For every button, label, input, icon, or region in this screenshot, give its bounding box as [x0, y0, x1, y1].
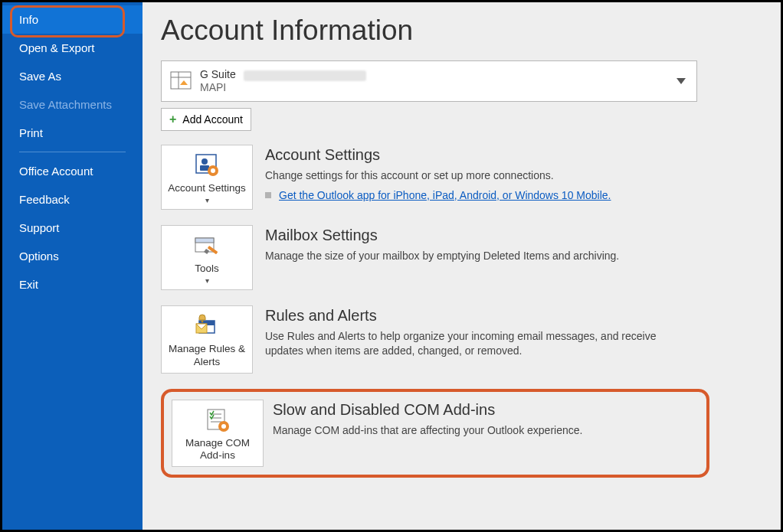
chevron-down-icon: ▾ [165, 276, 249, 285]
sidebar-item-feedback[interactable]: Feedback [2, 185, 143, 214]
section-title: Slow and Disabled COM Add-ins [273, 401, 699, 419]
account-settings-tile[interactable]: Account Settings ▾ [161, 145, 253, 210]
rules-alerts-icon [165, 312, 249, 340]
svg-point-9 [211, 168, 215, 173]
add-account-label: Add Account [182, 113, 243, 126]
sidebar-label: Office Account [19, 165, 93, 178]
page-title: Account Information [161, 15, 750, 47]
sidebar-label: Save As [19, 70, 61, 83]
tile-label: Manage Rules & Alerts [165, 343, 249, 367]
sidebar-label: Options [19, 250, 59, 263]
section-desc: Change settings for this account or set … [265, 168, 697, 183]
sidebar-item-print[interactable]: Print [2, 119, 143, 147]
com-addins-tile[interactable]: Manage COM Add-ins [172, 400, 264, 467]
sidebar-label: Support [19, 221, 60, 234]
sidebar-item-save-attachments: Save Attachments [2, 90, 143, 119]
add-account-button[interactable]: + Add Account [161, 108, 251, 131]
sidebar-label: Save Attachments [19, 98, 112, 111]
section-desc: Manage COM add-ins that are affecting yo… [273, 423, 699, 438]
svg-rect-0 [171, 72, 191, 89]
section-mailbox-settings: Tools ▾ Mailbox Settings Manage the size… [161, 225, 697, 290]
account-text: G Suite MAPI [200, 68, 366, 94]
sidebar-item-save-as[interactable]: Save As [2, 62, 143, 90]
section-title: Mailbox Settings [265, 227, 697, 244]
backstage-sidebar: Info Open & Export Save As Save Attachme… [2, 2, 143, 530]
account-protocol: MAPI [200, 81, 366, 94]
account-settings-icon [165, 152, 249, 179]
svg-point-6 [201, 158, 208, 165]
svg-marker-4 [677, 78, 686, 84]
sidebar-item-options[interactable]: Options [2, 242, 143, 270]
svg-rect-11 [195, 238, 214, 243]
sidebar-item-office-account[interactable]: Office Account [2, 157, 143, 185]
section-desc: Use Rules and Alerts to help organize yo… [265, 329, 697, 358]
tile-label: Account Settings [165, 182, 249, 194]
account-name: G Suite [200, 68, 236, 80]
tile-label: Tools [165, 263, 249, 275]
plus-icon: + [169, 113, 176, 126]
sidebar-label: Open & Export [19, 41, 94, 54]
sidebar-divider [19, 152, 126, 152]
section-title: Account Settings [265, 146, 697, 164]
tools-tile[interactable]: Tools ▾ [161, 225, 253, 290]
bullet-icon [265, 192, 271, 198]
tile-label: Manage COM Add-ins [175, 437, 260, 462]
section-title: Rules and Alerts [265, 307, 697, 325]
main-panel: Account Information G Suite MAPI [143, 2, 781, 530]
svg-point-18 [201, 321, 204, 323]
section-rules-alerts: Manage Rules & Alerts Rules and Alerts U… [161, 305, 697, 373]
rules-alerts-tile[interactable]: Manage Rules & Alerts [161, 305, 253, 373]
tools-icon [165, 232, 249, 259]
sidebar-label: Print [19, 126, 43, 139]
annotation-highlight-com-addins: Manage COM Add-ins Slow and Disabled COM… [161, 389, 709, 478]
chevron-down-icon [677, 78, 686, 84]
sidebar-label: Exit [19, 278, 38, 291]
sidebar-item-info[interactable]: Info [2, 5, 143, 34]
account-email-redacted [244, 70, 366, 81]
sidebar-item-support[interactable]: Support [2, 214, 143, 242]
sidebar-label: Feedback [19, 193, 70, 206]
svg-point-24 [221, 424, 226, 429]
chevron-down-icon: ▾ [165, 196, 249, 204]
sidebar-item-open-export[interactable]: Open & Export [2, 34, 143, 62]
sidebar-item-exit[interactable]: Exit [2, 270, 143, 299]
outlook-app-link[interactable]: Get the Outlook app for iPhone, iPad, An… [279, 189, 611, 201]
section-desc: Manage the size of your mailbox by empty… [265, 249, 697, 263]
com-addins-icon [175, 406, 260, 434]
account-selector[interactable]: G Suite MAPI [161, 60, 697, 102]
sidebar-label: Info [19, 13, 38, 26]
mailbox-icon [169, 70, 192, 93]
section-account-settings: Account Settings ▾ Account Settings Chan… [161, 145, 697, 210]
